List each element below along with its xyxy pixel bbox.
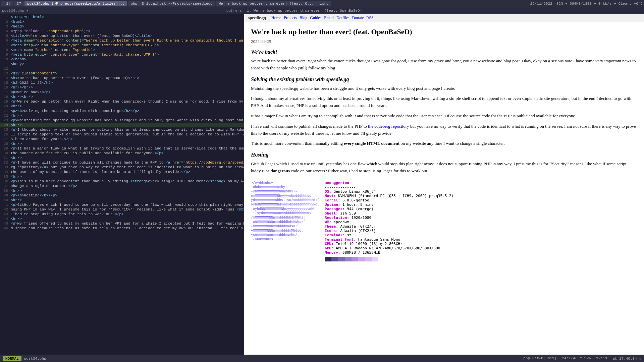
neofetch-gpu: GPU: AMD ATI Radeon RX 470/480/570/570X/… [325,246,637,250]
browser-content: speedie.gq Home Projects Blog Guides Ema… [244,14,644,355]
code-line-29: 29 <p>It has a major flaw in what I am t… [0,146,244,151]
section-heading-3: Hosting [251,152,637,158]
code-line-45: 45 <p>My friend offered to host my websi… [0,221,244,226]
vim-mode: NORMAL [3,356,21,361]
tab-editor[interactable]: post34.php (~Projects/speediegg/articles… [24,1,127,6]
section-para-5: I have and will continue to publish all … [251,123,637,137]
nav-guides[interactable]: Guides [310,15,321,20]
code-line-8: 8 <meta name="author" content="speedie"> [0,48,244,52]
code-line-20: 20 <br/> [0,104,244,109]
code-line-7: 7 <meta http-equiv="content-type" conten… [0,43,244,48]
neofetch-wm: WM: speedwm [325,220,637,224]
code-line-28: 28 <br/> [0,141,244,146]
editor-content[interactable]: 1 <!DOCTYPE html> 2 <html> 3 <head> 4 <?… [0,14,244,355]
color-sq-2 [331,257,338,261]
browser-pane: 1: We're back up better than ever! (feat… [244,7,644,355]
section-para-6: This is much more convenient than manual… [251,140,637,147]
status-position: 24:1/46 ≡ 52% [562,356,591,361]
status-right: php utf-8[unix] 24:1/46 ≡ 52% 12:13 at 1… [523,356,641,361]
code-line-37: 37 change a single character.</p> [0,184,244,188]
color-sq-1 [325,257,331,261]
section-para-7: GitHub Pages which I used to use up unti… [251,161,637,175]
color-sq-7 [365,257,372,261]
neofetch-theme: Theme: Adwaita [GTK2/3] [325,224,637,229]
neofetch-info-block: anon@gentoo -------------- OS: Gentoo Li… [325,181,637,261]
article-date: 2022-11-25 [251,39,637,44]
code-line-10: 10 </head> [0,57,244,62]
nav-dotfiles[interactable]: Dotfiles [336,15,350,20]
code-line-44: 44 <br/> [0,217,244,221]
nav-home[interactable]: Home [271,15,281,20]
neofetch-separator: -------------- [325,185,637,189]
code-line-46: 46 d space and because it's not as safe … [0,226,244,231]
code-line-2: 2 <html> [0,19,244,24]
code-line-23: 23 <p>Maintaining the speedie.gq website… [0,118,244,123]
neofetch-host: Host: KVM/QEMU (Standard PC (Q35 + ICH9,… [325,194,637,198]
code-line-35: 35 <br/> [0,174,244,179]
code-line-33: 33 rg repository</a> but you have no way… [0,165,244,170]
main-layout: post34.php ● buffers 1 <!DOCTYPE html> 2… [0,7,644,355]
nav-blog[interactable]: Blog [300,15,307,20]
code-line-12: 12 [0,66,244,71]
tab-browser[interactable]: We're back up better than ever! (feat. O… [216,1,317,6]
color-sq-4 [345,257,352,261]
code-line-13: 13 <div class="content"> [0,71,244,76]
neofetch-resolution: Resolution: 644x362 [325,216,637,220]
code-line-21: 21 <p><b>Solving the existing problem wi… [0,109,244,113]
tab-num[interactable]: 37 [14,1,24,6]
neofetch-kernel: Kernel: 6.0.6-gentoo [325,198,637,202]
top-bar: [1] 37 post34.php (~Projects/speediegg/a… [0,0,644,7]
code-line-6: 6 <meta name="description" content="We'r… [0,38,244,43]
code-line-3: 3 <head> [0,24,244,29]
buffers-label: buffers [226,9,242,13]
code-line-31: 31 <br/> [0,156,244,160]
tab-php-server[interactable]: php -S localhost:~/Projects/speediegg [128,1,215,6]
code-line-18: 18 <br/><br/> [0,95,244,99]
neofetch-uptime: Uptime: 1 hour, 8 mins [325,202,637,207]
editor-header: post34.php ● buffers [0,7,244,14]
section-para-3: I thought about my alternatives for solv… [251,95,637,109]
neofetch-block: ~/oyddmnhs+:- -ohdNMMMMMMMMNmhy+-` -yNMM… [251,178,637,264]
browser-titlebar: 1: We're back up better than ever! (feat… [244,7,644,14]
neofetch-shell: Shell: zsh 5.9 [325,211,637,216]
neofetch-colors [325,257,637,261]
browser-title-text: 1: We're back up better than ever! (feat… [247,9,362,13]
code-line-15: 15 <h2>2022-11-25</h2> [0,80,244,85]
code-line-5: 5 <title>We're back up better than ever!… [0,34,244,38]
code-line-41: 41 <p>GitHub Pages which I used to use u… [0,202,244,207]
code-line-22: 22 <br/> [0,113,244,118]
article-content: We're back up better than ever! (feat. O… [244,22,644,355]
neofetch-memory: Memory: 680MiB / 13658MiB [325,250,637,255]
code-line-26: 26 ll script to append text or even stup… [0,132,244,137]
color-sq-5 [352,257,358,261]
code-line-9: 9 <meta http-equiv="content-type" conten… [0,52,244,57]
codeberg-link[interactable]: the codeberg repository [368,124,409,129]
status-git: 12:13 [596,356,607,361]
color-sq-8 [372,257,378,261]
code-line-40: 40 <br/> [0,198,244,202]
section-heading-2: Solving the existing problem with speedi… [251,76,637,82]
section-heading-1: We're back! [251,49,637,55]
nav-projects[interactable]: Projects [284,15,297,20]
nav-email[interactable]: Email [324,15,334,20]
article-title: We're back up better than ever! (feat. O… [251,27,637,36]
neofetch-ascii: ~/oyddmnhs+:- -ohdNMMMMMMMMNmhy+-` -yNMM… [251,181,325,261]
code-line-30: 30 the source code for the PHP is public… [0,151,244,156]
vim-editor[interactable]: post34.php ● buffers 1 <!DOCTYPE html> 2… [0,7,244,355]
browser-nav: speedie.gq Home Projects Blog Guides Ema… [244,14,644,22]
status-filetype: php utf-8[unix] [523,356,556,361]
section-para-4: It has a major flaw in what I am trying … [251,113,637,120]
color-sq-3 [338,257,345,261]
code-line-38: 38 <br/> [0,188,244,193]
code-line-19: 19 <p>We're back up better than ever! Ri… [0,99,244,104]
editor-filename: post34.php ● [2,9,29,13]
code-line-32: 32 <p>I have and will continue to publis… [0,160,244,165]
tab-zsh[interactable]: zsh: [317,1,331,6]
tab-index[interactable]: [1] [1,1,13,6]
code-line-24: 24 <br/> [0,123,244,127]
nav-donate[interactable]: Donate [352,15,364,20]
neofetch-cpu: CPU: Intel i9-10900 (16) @ 2.808GHz [325,242,637,246]
neofetch-packages: Packages: 944 (emerge) [325,207,637,211]
code-line-1: 1 <!DOCTYPE html> [0,15,244,19]
nav-rss[interactable]: RSS [366,15,373,20]
